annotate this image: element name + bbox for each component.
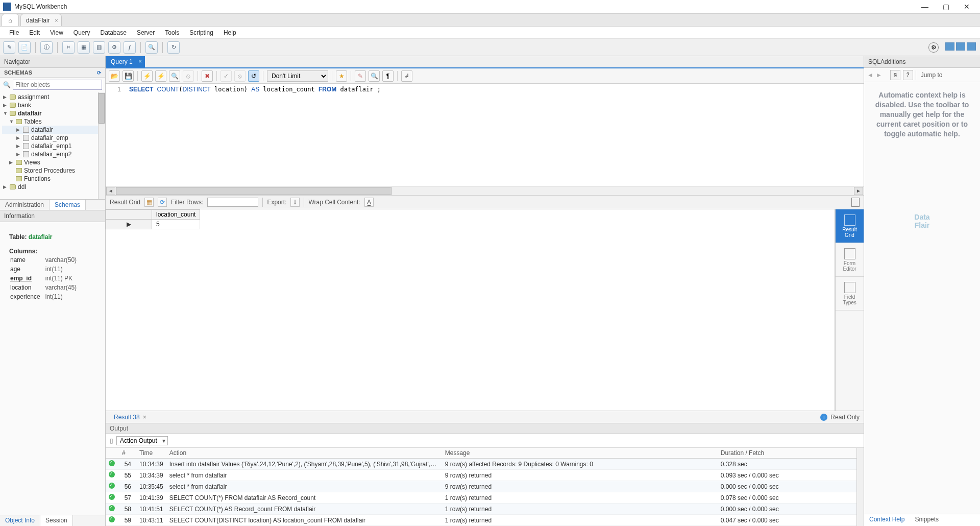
- menu-help[interactable]: Help: [218, 29, 241, 36]
- output-row[interactable]: 5710:41:39SELECT COUNT(*) FROM dataflair…: [106, 492, 856, 504]
- schema-bank[interactable]: ▶bank: [2, 101, 103, 109]
- word-wrap-button[interactable]: ↲: [401, 70, 412, 82]
- execute-current-button[interactable]: ⚡: [155, 70, 166, 82]
- result-grid-view-button[interactable]: Result Grid: [836, 209, 864, 243]
- close-button[interactable]: ✕: [964, 3, 970, 11]
- query-tab-1[interactable]: Query 1 ×: [106, 56, 145, 67]
- toggle-bottom-panel-button[interactable]: [956, 42, 965, 51]
- toggle-sidebar-button[interactable]: [851, 198, 860, 207]
- output-type-select[interactable]: Action Output: [116, 436, 168, 445]
- col-duration[interactable]: Duration / Fetch: [718, 448, 856, 459]
- tab-context-help[interactable]: Context Help: [864, 514, 910, 526]
- tables-folder[interactable]: ▼Tables: [2, 117, 103, 126]
- toggle-right-panel-button[interactable]: [967, 42, 976, 51]
- find-button[interactable]: 🔍: [369, 70, 380, 82]
- minimize-button[interactable]: —: [921, 3, 928, 11]
- create-schema-button[interactable]: ⌗: [62, 41, 75, 54]
- export-icon[interactable]: ⤓: [290, 198, 300, 207]
- scroll-thumb[interactable]: [116, 187, 391, 195]
- filter-rows-input[interactable]: [207, 198, 258, 207]
- invisible-chars-button[interactable]: ¶: [382, 70, 394, 82]
- table-dataflair-emp1[interactable]: ▶dataflair_emp1: [2, 142, 103, 150]
- col-time[interactable]: Time: [136, 448, 166, 459]
- explain-button[interactable]: 🔍: [169, 70, 180, 82]
- autocommit-button[interactable]: ↺: [248, 70, 259, 82]
- tab-object-info[interactable]: Object Info: [0, 515, 40, 526]
- create-fn-button[interactable]: ƒ: [124, 41, 136, 54]
- settings-icon[interactable]: ⚙: [928, 42, 939, 53]
- field-types-button[interactable]: Field Types: [836, 277, 864, 310]
- close-icon[interactable]: ×: [138, 58, 141, 64]
- open-sql-button[interactable]: 📄: [18, 41, 31, 54]
- tab-session[interactable]: Session: [40, 515, 73, 526]
- table-dataflair[interactable]: ▶dataflair: [2, 126, 103, 134]
- inspector-button[interactable]: ⓘ: [40, 41, 53, 54]
- tab-administration[interactable]: Administration: [0, 200, 50, 210]
- menu-query[interactable]: Query: [68, 29, 95, 36]
- schema-ddl[interactable]: ▶ddl: [2, 183, 103, 191]
- menu-scripting[interactable]: Scripting: [184, 29, 218, 36]
- output-row[interactable]: 5410:34:39Insert into dataflair Values (…: [106, 459, 856, 470]
- scroll-right-icon[interactable]: ►: [854, 187, 863, 195]
- output-scrollbar[interactable]: [856, 448, 864, 526]
- connection-tab[interactable]: dataFlair ×: [20, 14, 62, 26]
- auto-help-button[interactable]: ⎘: [890, 70, 900, 80]
- create-table-button[interactable]: ▦: [78, 41, 90, 54]
- tab-snippets[interactable]: Snippets: [910, 514, 944, 526]
- schema-assignment[interactable]: ▶assignment: [2, 93, 103, 101]
- output-row[interactable]: 5810:41:51SELECT COUNT(*) AS Record_coun…: [106, 504, 856, 515]
- create-sp-button[interactable]: ⚙: [108, 41, 120, 54]
- col-num[interactable]: #: [119, 448, 136, 459]
- create-view-button[interactable]: ▥: [93, 41, 105, 54]
- wrap-icon[interactable]: A̲: [364, 198, 374, 207]
- open-file-button[interactable]: 📂: [109, 70, 120, 82]
- form-editor-button[interactable]: Form Editor: [836, 243, 864, 277]
- output-row[interactable]: 5910:43:11SELECT COUNT(DISTINCT location…: [106, 515, 856, 526]
- menu-view[interactable]: View: [45, 29, 68, 36]
- search-button[interactable]: 🔍: [145, 41, 158, 54]
- menu-edit[interactable]: Edit: [24, 29, 45, 36]
- result-grid[interactable]: location_count ▶5: [106, 209, 835, 411]
- views-folder[interactable]: ▶Views: [2, 158, 103, 166]
- sql-editor[interactable]: 1 SELECT COUNT(DISTINCT location) AS loc…: [106, 84, 864, 186]
- output-row[interactable]: 5510:34:39select * from dataflair9 row(s…: [106, 470, 856, 481]
- reconnect-button[interactable]: ↻: [167, 41, 180, 54]
- stop-on-error-button[interactable]: ✖: [202, 70, 213, 82]
- output-row[interactable]: 5610:35:45select * from dataflair9 row(s…: [106, 481, 856, 492]
- toggle-left-panel-button[interactable]: [945, 42, 954, 51]
- maximize-button[interactable]: ▢: [943, 3, 949, 11]
- close-icon[interactable]: ×: [55, 17, 58, 23]
- tree-scrollbar[interactable]: [98, 92, 105, 199]
- table-dataflair-emp[interactable]: ▶dataflair_emp: [2, 134, 103, 142]
- menu-tools[interactable]: Tools: [160, 29, 184, 36]
- manual-help-button[interactable]: ?: [903, 70, 913, 80]
- refresh-icon[interactable]: ⟳: [158, 198, 167, 207]
- sp-folder[interactable]: Stored Procedures: [2, 166, 103, 175]
- forward-icon[interactable]: ►: [876, 71, 882, 79]
- fn-folder[interactable]: Functions: [2, 175, 103, 183]
- table-dataflair-emp2[interactable]: ▶dataflair_emp2: [2, 150, 103, 158]
- save-button[interactable]: 💾: [122, 70, 134, 82]
- new-sql-tab-button[interactable]: ✎: [3, 41, 15, 54]
- result-cell[interactable]: 5: [152, 220, 200, 229]
- menu-file[interactable]: File: [4, 29, 24, 36]
- editor-hscrollbar[interactable]: ◄ ►: [106, 186, 864, 195]
- sql-code[interactable]: SELECT COUNT(DISTINCT location) AS locat…: [126, 84, 864, 186]
- back-icon[interactable]: ◄: [867, 71, 873, 79]
- tab-schemas[interactable]: Schemas: [50, 200, 86, 210]
- grid-icon[interactable]: ▦: [144, 198, 154, 207]
- brush-button[interactable]: ✎: [355, 70, 366, 82]
- menu-server[interactable]: Server: [132, 29, 160, 36]
- result-tab[interactable]: Result 38×: [110, 412, 151, 422]
- col-action[interactable]: Action: [166, 448, 442, 459]
- jump-to-label[interactable]: Jump to: [921, 71, 943, 79]
- scroll-left-icon[interactable]: ◄: [106, 187, 115, 195]
- close-icon[interactable]: ×: [143, 414, 146, 421]
- menu-database[interactable]: Database: [95, 29, 132, 36]
- result-column-header[interactable]: location_count: [152, 210, 200, 220]
- schema-dataflair[interactable]: ▼dataflair: [2, 109, 103, 117]
- beautify-button[interactable]: ★: [336, 70, 347, 82]
- filter-objects-input[interactable]: [13, 80, 102, 90]
- execute-button[interactable]: ⚡: [141, 70, 153, 82]
- refresh-icon[interactable]: ⟳: [97, 70, 101, 76]
